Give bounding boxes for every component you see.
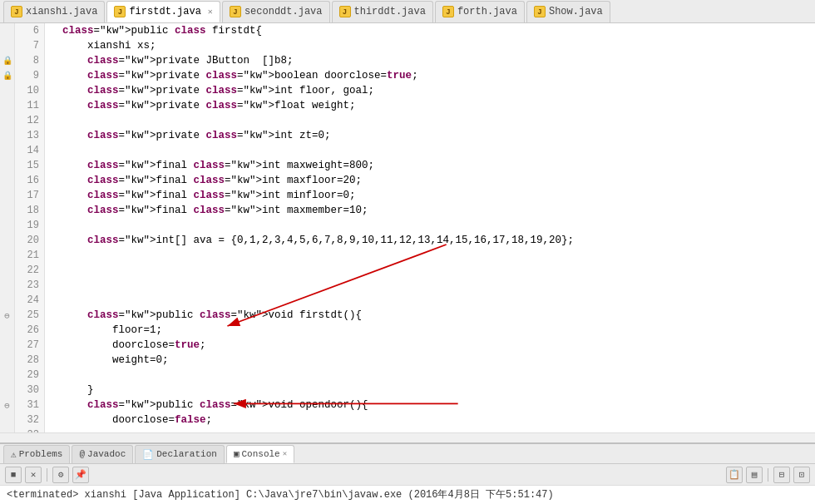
- bottom-tab-label: Declaration: [156, 449, 217, 459]
- line-number: 25: [20, 308, 39, 323]
- view-menu-button[interactable]: ▤: [746, 467, 763, 483]
- gutter-icon-row: [0, 203, 14, 218]
- line-number: 10: [20, 83, 39, 98]
- gutter-icon-row: [0, 128, 14, 143]
- bottom-tab-declaration[interactable]: 📄 Declaration: [135, 445, 225, 463]
- code-content[interactable]: class="kw">public class firstdt{ xianshi…: [45, 23, 815, 432]
- line-number: 8: [20, 53, 39, 68]
- line-number: 29: [20, 368, 39, 383]
- gutter-icon-row: [0, 83, 14, 98]
- code-line: weight=0;: [50, 353, 815, 368]
- code-line: }: [50, 383, 815, 398]
- line-number: 19: [20, 218, 39, 233]
- horizontal-scrollbar[interactable]: [0, 432, 815, 442]
- code-line: class="kw">final class="kw">int maxweigh…: [50, 158, 815, 173]
- minimize-button[interactable]: ⊟: [773, 467, 790, 483]
- terminate-button[interactable]: ■: [5, 467, 22, 483]
- code-line: [50, 278, 815, 293]
- gutter-icon-row: [0, 38, 14, 53]
- line-number: 26: [20, 323, 39, 338]
- pin-button[interactable]: 📌: [72, 467, 89, 483]
- remove-button[interactable]: ✕: [25, 467, 42, 483]
- java-file-icon: J: [534, 6, 546, 17]
- gutter-icon-row: ⊖: [0, 398, 14, 413]
- gutter-icon-row: [0, 353, 14, 368]
- code-line: class="kw">final class="kw">int maxmembe…: [50, 203, 815, 218]
- code-line: [50, 143, 815, 158]
- console-output: <terminated> xianshi [Java Application] …: [0, 486, 815, 504]
- code-line: class="kw">private class="kw">int zt=0;: [50, 128, 815, 143]
- line-number: 20: [20, 233, 39, 248]
- line-number: 22: [20, 263, 39, 278]
- gutter-icon-row: [0, 293, 14, 308]
- bottom-tab-problems[interactable]: ⚠ Problems: [3, 445, 70, 463]
- bottom-tab-close-icon[interactable]: ✕: [283, 449, 287, 458]
- gutter-icons: 🔒🔒⊖⊖⊖: [0, 23, 15, 432]
- editor-area: 🔒🔒⊖⊖⊖ 6789101112131415161718192021222324…: [0, 23, 815, 432]
- editor-tab-Show_java[interactable]: JShow.java: [526, 1, 610, 22]
- editor-tab-seconddt_java[interactable]: Jseconddt.java: [222, 1, 330, 22]
- line-number: 11: [20, 98, 39, 113]
- editor-tab-forth_java[interactable]: Jforth.java: [435, 1, 525, 22]
- editor-tab-thirddt_java[interactable]: Jthirddt.java: [332, 1, 433, 22]
- java-file-icon: J: [339, 6, 351, 17]
- bottom-tab-label: Problems: [19, 449, 63, 459]
- java-file-icon: J: [11, 6, 22, 17]
- tab-label: firstdt.java: [129, 6, 200, 17]
- console-terminated-line: <terminated> xianshi [Java Application] …: [7, 487, 808, 502]
- gutter-icon-row: [0, 248, 14, 263]
- tab-label: Show.java: [549, 6, 603, 17]
- toolbar-right: 📋 ▤ ⊟ ⊡: [726, 467, 810, 483]
- bottom-tab-javadoc[interactable]: @ Javadoc: [72, 445, 133, 463]
- editor-tab-firstdt_java[interactable]: Jfirstdt.java✕: [106, 1, 220, 22]
- maximize-button[interactable]: ⊡: [793, 467, 810, 483]
- line-number: 28: [20, 353, 39, 368]
- editor-tab-xianshi_java[interactable]: Jxianshi.java: [3, 1, 105, 22]
- code-line: class="kw">int[] ava = {0,1,2,3,4,5,6,7,…: [50, 233, 815, 248]
- java-file-icon: J: [230, 6, 241, 17]
- line-number: 24: [20, 293, 39, 308]
- bottom-tab-icon: 📄: [142, 449, 154, 460]
- gutter-icon-row: [0, 218, 14, 233]
- line-number: 30: [20, 383, 39, 398]
- copy-button[interactable]: 📋: [726, 467, 743, 483]
- code-line: class="kw">final class="kw">int minfloor…: [50, 188, 815, 203]
- tab-label: xianshi.java: [26, 6, 97, 17]
- code-line: class="kw">final class="kw">int maxfloor…: [50, 173, 815, 188]
- tab-label: seconddt.java: [244, 6, 323, 17]
- editor-wrapper: 🔒🔒⊖⊖⊖ 6789101112131415161718192021222324…: [0, 23, 815, 442]
- code-line: class="kw">public class="kw">void opendo…: [50, 398, 815, 413]
- tab-close-icon[interactable]: ✕: [208, 7, 213, 17]
- bottom-tab-icon: @: [79, 449, 85, 459]
- gutter-icon-row: [0, 278, 14, 293]
- code-line: [50, 263, 815, 278]
- bottom-toolbar: ■ ✕ ⚙ 📌 📋 ▤ ⊟ ⊡: [0, 464, 815, 486]
- code-line: [50, 218, 815, 233]
- line-number: 32: [20, 413, 39, 427]
- bottom-tab-icon: ▣: [234, 448, 240, 459]
- gutter-icon-row: [0, 413, 14, 427]
- gutter-icon-row: [0, 338, 14, 353]
- line-number: 16: [20, 173, 39, 188]
- bottom-tab-console[interactable]: ▣ Console ✕: [226, 445, 294, 463]
- code-line: class="kw">public class="kw">void firstd…: [50, 308, 815, 323]
- bottom-tab-icon: ⚠: [11, 449, 17, 460]
- java-file-icon: J: [114, 6, 126, 17]
- code-line: doorclose=true;: [50, 338, 815, 353]
- gutter-icon-row: [0, 368, 14, 383]
- code-line: class="kw">private class="kw">float weig…: [50, 98, 815, 113]
- gutter-icon-row: [0, 263, 14, 278]
- gutter-icon-row: [0, 23, 14, 38]
- java-file-icon: J: [442, 6, 454, 17]
- toolbar-left: ■ ✕ ⚙ 📌: [5, 467, 89, 483]
- toolbar-separator: [47, 468, 47, 482]
- code-line: [50, 248, 815, 263]
- gutter-icon-row: [0, 233, 14, 248]
- code-line: floor=1;: [50, 323, 815, 338]
- line-number: 7: [20, 38, 39, 53]
- settings-button[interactable]: ⚙: [52, 467, 69, 483]
- gutter-icon-row: ⊖: [0, 308, 14, 323]
- line-number: 12: [20, 113, 39, 128]
- line-number: 17: [20, 188, 39, 203]
- code-line: doorclose=false;: [50, 413, 815, 427]
